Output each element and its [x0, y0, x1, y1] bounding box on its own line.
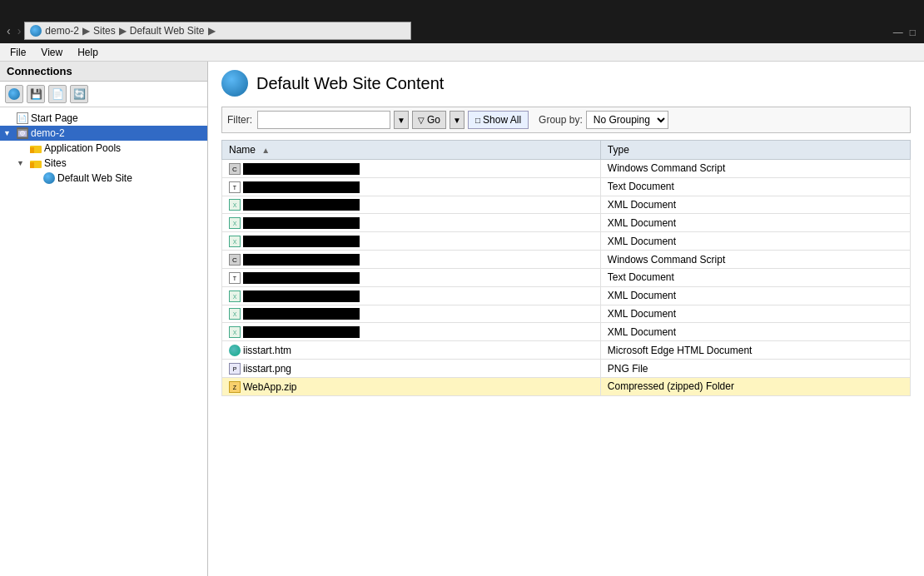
redacted-block — [243, 217, 360, 229]
menu-bar: File View Help — [0, 43, 924, 62]
redacted-block — [243, 308, 360, 320]
xml-icon: X — [229, 290, 241, 302]
file-type: XML Document — [600, 214, 910, 232]
sites-icon — [30, 158, 42, 168]
txt-icon: T — [229, 272, 241, 284]
connections-header: Connections — [0, 62, 207, 82]
file-name: iisstart.png — [243, 363, 291, 375]
go-dropdown-arrow[interactable]: ▼ — [450, 111, 464, 129]
tree-label-demo2: demo-2 — [31, 127, 65, 139]
sidebar-save-btn[interactable]: 💾 — [27, 85, 45, 103]
tree-item-start-page[interactable]: 📄 Start Page — [0, 111, 207, 126]
table-row[interactable]: Piisstart.png PNG File — [222, 360, 911, 378]
group-by-select[interactable]: No Grouping — [586, 111, 668, 129]
menu-view[interactable]: View — [34, 45, 69, 60]
show-all-icon: □ — [475, 116, 480, 125]
file-name: iisstart.htm — [243, 345, 291, 356]
table-row[interactable]: C Windows Command Script — [222, 160, 911, 178]
window-controls: — □ — [893, 27, 924, 40]
filter-bar: Filter: ▼ ▽ Go ▼ □ Show All Group by: No… — [221, 107, 911, 133]
address-part3: Default Web Site — [130, 25, 205, 37]
menu-file[interactable]: File — [3, 45, 32, 60]
file-table: Name ▲ Type C Windows Command Script T T… — [221, 140, 911, 396]
file-type: Text Document — [600, 268, 910, 286]
cmd-icon: C — [229, 254, 241, 266]
menu-help[interactable]: Help — [71, 45, 105, 60]
redacted-block — [243, 326, 360, 338]
tree-label-default-web-site: Default Web Site — [57, 172, 132, 184]
table-row[interactable]: X XML Document — [222, 323, 911, 341]
page-title-row: Default Web Site Content — [221, 70, 911, 97]
file-type: XML Document — [600, 305, 910, 323]
group-by-label: Group by: — [539, 114, 583, 126]
sites-expand: ▼ — [17, 159, 30, 167]
globe-icon — [30, 25, 42, 37]
table-row[interactable]: X XML Document — [222, 286, 911, 305]
file-type: XML Document — [600, 196, 910, 214]
sort-arrow-name: ▲ — [261, 146, 270, 155]
minimize-btn[interactable]: — — [893, 27, 903, 38]
zip-icon: Z — [229, 381, 241, 393]
sidebar: Connections 💾 📄 🔄 📄 Start Page ▼ — [0, 62, 208, 576]
table-row[interactable]: C Windows Command Script — [222, 251, 911, 269]
table-row[interactable]: ZWebApp.zip Compressed (zipped) Folder — [222, 377, 911, 395]
main-container: Connections 💾 📄 🔄 📄 Start Page ▼ — [0, 62, 924, 576]
address-sep2: ▶ — [119, 25, 127, 37]
tree-item-sites[interactable]: ▼ Sites — [0, 156, 207, 171]
col-type-header[interactable]: Type — [600, 141, 910, 160]
start-page-icon: 📄 — [17, 112, 28, 124]
col-type-label: Type — [608, 144, 629, 156]
nav-back-btn[interactable]: ‹ — [3, 24, 14, 37]
redacted-block — [243, 254, 360, 266]
tree-label-start-page: Start Page — [31, 112, 78, 124]
table-row[interactable]: X XML Document — [222, 196, 911, 214]
table-row[interactable]: X XML Document — [222, 214, 911, 232]
tree-item-app-pools[interactable]: Application Pools — [0, 141, 207, 156]
col-name-label: Name — [229, 144, 256, 156]
go-label: Go — [427, 114, 440, 126]
table-row[interactable]: X XML Document — [222, 305, 911, 323]
file-type: XML Document — [600, 232, 910, 251]
sidebar-globe-btn[interactable] — [5, 85, 23, 103]
demo2-expand: ▼ — [3, 129, 17, 137]
table-row[interactable]: X XML Document — [222, 232, 911, 251]
col-name-header[interactable]: Name ▲ — [222, 141, 601, 160]
redacted-block — [243, 272, 360, 284]
file-type: Text Document — [600, 177, 910, 196]
htm-icon — [229, 345, 241, 356]
sidebar-toolbar: 💾 📄 🔄 — [0, 82, 207, 107]
file-type: Windows Command Script — [600, 160, 910, 178]
address-text: demo-2 — [45, 25, 79, 37]
table-row[interactable]: iisstart.htm Microsoft Edge HTML Documen… — [222, 341, 911, 360]
table-row[interactable]: T Text Document — [222, 177, 911, 196]
table-row[interactable]: T Text Document — [222, 268, 911, 286]
file-type: Compressed (zipped) Folder — [600, 377, 910, 395]
tree-container: 📄 Start Page ▼ demo-2 Application Pools — [0, 107, 207, 189]
address-sep3: ▶ — [208, 25, 216, 37]
tree-item-default-web-site[interactable]: Default Web Site — [0, 171, 207, 186]
png-icon: P — [229, 363, 241, 375]
demo2-icon — [17, 127, 28, 139]
go-button[interactable]: ▽ Go — [412, 111, 446, 129]
redacted-block — [243, 199, 360, 211]
default-web-globe-icon — [43, 172, 55, 184]
content-area: Default Web Site Content Filter: ▼ ▽ Go … — [208, 62, 924, 576]
sidebar-edit-btn[interactable]: 📄 — [48, 85, 67, 103]
page-title: Default Web Site Content — [256, 74, 444, 93]
filter-dropdown-arrow[interactable]: ▼ — [394, 111, 409, 129]
file-type: XML Document — [600, 323, 910, 341]
show-all-button[interactable]: □ Show All — [468, 111, 529, 129]
go-funnel-icon: ▽ — [418, 116, 425, 125]
nav-forward-btn[interactable]: › — [14, 24, 25, 37]
tree-item-demo2[interactable]: ▼ demo-2 — [0, 126, 207, 141]
xml-icon: X — [229, 236, 241, 247]
filter-input[interactable] — [257, 111, 390, 129]
sidebar-refresh-btn[interactable]: 🔄 — [70, 85, 88, 103]
maximize-btn[interactable]: □ — [910, 27, 916, 38]
file-type: XML Document — [600, 286, 910, 305]
file-type: PNG File — [600, 360, 910, 378]
redacted-block — [243, 163, 360, 175]
file-type: Microsoft Edge HTML Document — [600, 341, 910, 360]
svg-rect-8 — [30, 162, 34, 168]
xml-icon: X — [229, 308, 241, 320]
